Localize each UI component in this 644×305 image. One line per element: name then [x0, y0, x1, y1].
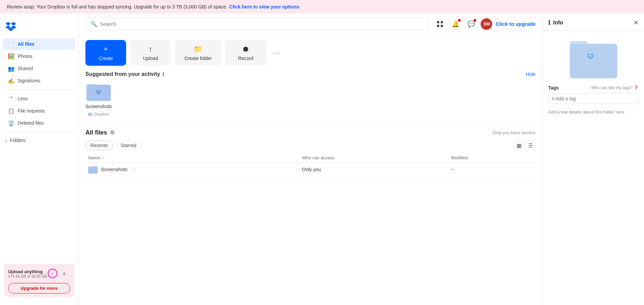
- suggested-item-screenshots[interactable]: Screenshots Dropbox: [85, 81, 112, 117]
- banner-link[interactable]: Click here to view your options: [229, 4, 299, 9]
- chevron-right-icon: ›: [5, 138, 7, 143]
- col-header-modified: Modified: [448, 153, 536, 163]
- info-panel-close-button[interactable]: ✕: [633, 19, 639, 26]
- list-view-button[interactable]: ☰: [525, 140, 536, 150]
- photos-icon: 🖼️: [8, 53, 14, 59]
- all-files-title-text: All files: [85, 129, 107, 136]
- upgrade-for-more-button[interactable]: Upgrade for more: [8, 283, 70, 293]
- list-view-icon: ☰: [528, 142, 533, 149]
- file-modified-cell: --: [448, 163, 536, 177]
- sidebar-logo: [0, 18, 78, 38]
- hide-button[interactable]: Hide: [526, 72, 536, 77]
- all-files-section: All files ⚙ Only you have access Recents…: [79, 129, 542, 177]
- info-panel-body: Tags Who can see my tags? ❓ Add a few de…: [543, 31, 644, 305]
- access-text: Only you have access: [492, 130, 536, 135]
- filter-tab-starred[interactable]: Starred: [116, 141, 141, 150]
- who-can-see-icon: ❓: [633, 85, 639, 90]
- folder-icon: [88, 165, 98, 174]
- svg-rect-8: [88, 113, 90, 114]
- sort-arrow-icon: ↑: [102, 155, 104, 160]
- svg-rect-2: [437, 25, 439, 27]
- sidebar: 📄 All files 🖼️ Photos 👥 Shared ✍️ Signat…: [0, 14, 79, 305]
- file-requests-label: File requests: [18, 108, 45, 114]
- suggested-item-location: Dropbox: [88, 112, 109, 117]
- all-files-title: All files ⚙: [85, 129, 115, 136]
- click-to-upgrade-button[interactable]: Click to upgrade: [496, 21, 536, 27]
- folder-preview-icon: [570, 38, 617, 78]
- grid-icon: [437, 21, 443, 27]
- sidebar-item-label-all-files: All files: [18, 41, 35, 47]
- col-header-name: Name ↑: [85, 153, 299, 163]
- record-button[interactable]: ⏺ Record: [225, 40, 266, 66]
- star-button[interactable]: ☆: [131, 166, 137, 174]
- sidebar-divider-2: [5, 132, 73, 132]
- sidebar-item-file-requests[interactable]: 📋 File requests: [3, 105, 76, 117]
- main-header: 🔍 🔔 💬: [79, 14, 542, 35]
- user-avatar-button[interactable]: SM: [481, 18, 492, 30]
- record-icon: ⏺: [242, 45, 249, 54]
- info-panel: ℹ Info ✕: [542, 14, 644, 305]
- suggested-title: Suggested from your activity ℹ: [85, 71, 164, 77]
- sidebar-item-less[interactable]: ⌃ Less: [3, 93, 76, 104]
- sidebar-item-photos[interactable]: 🖼️ Photos: [3, 50, 76, 62]
- sidebar-item-deleted-files[interactable]: 🗑️ Deleted files: [3, 117, 76, 129]
- who-can-see-text: Who can see my tags?: [591, 85, 632, 90]
- create-folder-button[interactable]: 📁 Create folder: [175, 40, 221, 66]
- upload-label: Upload: [143, 56, 158, 61]
- filter-tab-recents[interactable]: Recents: [85, 141, 113, 150]
- record-label: Record: [238, 56, 253, 61]
- filter-bar: Recents Starred ▦ ☰: [85, 140, 536, 150]
- create-button[interactable]: + Create: [85, 40, 126, 66]
- view-toggle: ▦ ☰: [514, 140, 536, 150]
- settings-gear-icon[interactable]: ⚙: [110, 129, 115, 136]
- banner-text: Review asap: Your Dropbox is full and ha…: [7, 4, 227, 9]
- search-input[interactable]: [100, 21, 423, 27]
- sidebar-item-signatures[interactable]: ✍️ Signatures: [3, 75, 76, 86]
- file-table: Name ↑ Who can access Modified: [85, 153, 536, 177]
- svg-rect-13: [570, 44, 617, 78]
- sidebar-item-folders[interactable]: › Folders: [0, 135, 78, 146]
- dropbox-logo-icon: [5, 20, 16, 31]
- upload-status-collapse-button[interactable]: ∧: [58, 267, 70, 280]
- table-row: Screenshots ☆ Only you --: [85, 163, 536, 177]
- info-circle-icon: ℹ: [162, 72, 164, 77]
- plus-icon: +: [104, 45, 108, 54]
- grid-view-button[interactable]: ▦: [514, 140, 524, 150]
- ellipsis-icon: ⋯: [273, 49, 280, 57]
- apps-grid-button[interactable]: [434, 18, 446, 30]
- suggested-header: Suggested from your activity ℹ Hide: [85, 71, 536, 77]
- notifications-badge: [473, 19, 477, 22]
- small-folder-icon: [88, 112, 92, 116]
- upload-button[interactable]: ↑ Upload: [130, 40, 171, 66]
- file-row-name: Screenshots: [101, 167, 127, 172]
- suggested-item-name: Screenshots: [85, 104, 112, 109]
- tag-input[interactable]: [548, 93, 639, 104]
- grid-view-icon: ▦: [517, 142, 522, 149]
- suggested-section: Suggested from your activity ℹ Hide: [79, 71, 542, 123]
- info-panel-header: ℹ Info ✕: [543, 14, 644, 31]
- suggested-item-location-text: Dropbox: [94, 112, 109, 117]
- activity-button[interactable]: 🔔: [449, 18, 462, 30]
- notifications-button[interactable]: 💬: [465, 18, 477, 30]
- deleted-files-label: Deleted files: [18, 120, 44, 126]
- suggested-divider: [85, 123, 536, 124]
- search-icon: 🔍: [90, 21, 97, 27]
- more-actions-button[interactable]: ⋯: [270, 47, 282, 59]
- tags-header: Tags Who can see my tags? ❓: [548, 85, 639, 90]
- file-requests-icon: 📋: [8, 108, 14, 114]
- create-label: Create: [99, 56, 113, 61]
- filter-tabs: Recents Starred: [85, 141, 141, 150]
- file-table-body: Screenshots ☆ Only you --: [85, 163, 536, 177]
- file-access-cell: Only you: [299, 163, 448, 177]
- sidebar-item-all-files[interactable]: 📄 All files: [3, 38, 76, 50]
- file-name-cell: Screenshots ☆: [85, 163, 299, 177]
- info-panel-title-text: Info: [553, 20, 563, 26]
- signatures-icon: ✍️: [8, 78, 14, 84]
- sidebar-bottom: Upload anything 174.16 GB of 16.25 GB ↑ …: [0, 260, 78, 301]
- upload-icon: ↑: [149, 45, 153, 54]
- main-content: 🔍 🔔 💬: [79, 14, 542, 305]
- search-bar[interactable]: 🔍: [85, 18, 428, 30]
- svg-rect-10: [88, 166, 92, 168]
- folders-label: Folders: [10, 138, 26, 143]
- sidebar-item-shared[interactable]: 👥 Shared: [3, 63, 76, 74]
